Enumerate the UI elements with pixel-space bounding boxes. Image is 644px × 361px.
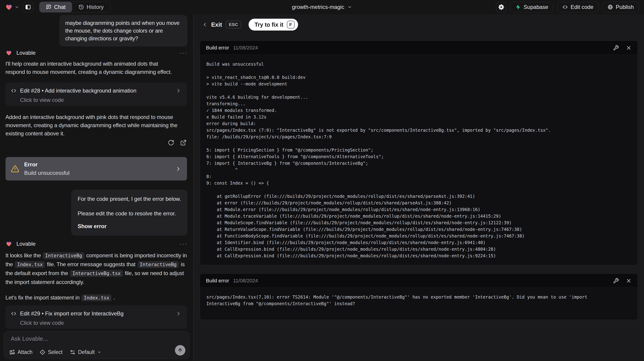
wrench-icon[interactable] [613, 45, 619, 51]
refresh-icon[interactable] [168, 139, 174, 146]
lovable-heart-icon [6, 241, 12, 247]
inline-code: InteractiveBg [43, 252, 84, 259]
more-options-icon[interactable]: ··· [180, 240, 188, 248]
build-log-output: Build was unsuccessful > vite_react_shad… [200, 55, 638, 265]
log-card-title: Build error [206, 278, 229, 284]
settings-button[interactable] [496, 2, 506, 12]
code-icon [11, 88, 16, 93]
send-button[interactable] [175, 345, 186, 356]
supabase-icon [516, 4, 521, 10]
f-key-badge: F [287, 21, 295, 28]
inline-code: Index.tsx [15, 261, 45, 268]
chevron-right-icon [176, 88, 182, 94]
log-line: at FunctionBodyScope.findVariable (file:… [206, 233, 631, 239]
log-line: src/pages/Index.tsx(7,10): error TS2614:… [206, 294, 631, 300]
edit-card-subtitle: Click to view code [20, 97, 182, 103]
wrench-icon[interactable] [613, 278, 619, 284]
code-icon [11, 311, 16, 316]
panel-left-icon [25, 4, 31, 10]
close-icon[interactable] [626, 278, 632, 284]
sidebar-toggle-button[interactable] [23, 2, 33, 12]
log-line: Build was unsuccessful [206, 61, 631, 67]
assistant-name: Lovable [16, 241, 36, 247]
log-line: at ModuleScope.findVariable (file:///bui… [206, 219, 631, 226]
edit-code-button[interactable]: Edit code [557, 2, 598, 12]
log-line: file: /builds/29/project/src/pages/Index… [206, 134, 631, 140]
show-error-link[interactable]: Show error [78, 223, 181, 230]
lovable-heart-icon [6, 50, 12, 56]
log-line: > vite_react_shadcn_ts@0.0.0 build:dev [206, 74, 631, 81]
assistant-name: Lovable [16, 50, 36, 56]
log-line: 8: [206, 173, 631, 180]
exit-button[interactable]: Exit ESC [202, 21, 241, 28]
assistant-header: Lovable ··· [6, 240, 188, 248]
log-card-title: Build error [206, 45, 229, 51]
chevron-down-icon [14, 5, 19, 9]
close-icon[interactable] [626, 45, 632, 51]
mode-selector[interactable]: Default [70, 349, 102, 355]
log-line [206, 87, 631, 94]
attach-label: Attach [18, 349, 32, 355]
chevron-right-icon [175, 166, 182, 172]
log-line: at Module.error (file:///builds/29/proje… [206, 206, 631, 213]
tab-history[interactable]: History [72, 2, 110, 12]
supabase-button[interactable]: Supabase [510, 2, 554, 12]
user-message-line: Please edit the code to resolve the erro… [78, 210, 181, 217]
history-icon [78, 4, 84, 10]
build-error-card[interactable]: Error Build unsuccessful [6, 157, 187, 180]
publish-button[interactable]: Publish [602, 2, 639, 12]
mode-label: Default [78, 349, 95, 355]
log-card-date: 11/08/2024 [233, 278, 258, 284]
project-name: growth-metrics-magic [292, 4, 344, 10]
user-message-line: For the code present, I get the error be… [78, 196, 181, 202]
log-line [206, 186, 631, 193]
assistant-message: Added an interactive background with pin… [6, 113, 178, 138]
project-selector[interactable]: growth-metrics-magic [292, 0, 352, 14]
composer: Attach Select Default [4, 331, 190, 359]
topbar: Chat History growth-metrics-magic [0, 0, 644, 14]
chat-bubble-icon [46, 4, 51, 10]
arrow-up-icon [178, 348, 183, 353]
chat-panel: maybe diagramming points and when you mo… [0, 14, 194, 361]
tab-chat[interactable]: Chat [40, 2, 72, 12]
chevron-right-icon [176, 311, 182, 317]
tab-history-label: History [87, 4, 104, 10]
more-options-icon[interactable]: ··· [180, 49, 188, 56]
log-line: 9: const Index = () => { [206, 180, 631, 186]
log-line: x Build failed in 3.12s [206, 114, 631, 120]
log-line: InteractiveBg from "@/components/Interac… [206, 300, 631, 307]
log-line: vite v5.4.6 building for development... [206, 94, 631, 100]
user-message: maybe diagramming points and when you mo… [59, 15, 188, 46]
log-line [206, 67, 631, 74]
external-link-icon[interactable] [180, 139, 186, 146]
warning-triangle-icon [11, 165, 19, 173]
chevron-left-icon [202, 22, 208, 27]
edit-card-28[interactable]: Edit #28 • Add interactive background an… [6, 82, 187, 106]
build-error-log-card: Build error 11/08/2024 Build was unsucce… [200, 40, 638, 265]
log-line: 5: import { PricingSection } from "@/com… [206, 147, 631, 153]
try-to-fix-button[interactable]: Try to fix it F [248, 19, 298, 30]
log-line: error during build: [206, 120, 631, 127]
assistant-message: Let's fix the import statement in Index.… [6, 294, 188, 302]
log-line: at Module.traceVariable (file:///builds/… [206, 213, 631, 219]
lovable-logo-menu[interactable] [5, 3, 19, 11]
log-card-date: 11/08/2024 [233, 45, 258, 51]
assistant-message: It looks like the InteractiveBg componen… [6, 251, 188, 287]
message-actions [168, 139, 186, 146]
select-button[interactable]: Select [40, 349, 62, 355]
edit-card-title: Edit #28 • Add interactive background an… [20, 87, 136, 94]
exit-label: Exit [211, 21, 222, 28]
log-line: at getRollupError (file:///builds/29/pro… [206, 193, 631, 200]
attach-button[interactable]: Attach [9, 349, 32, 355]
lovable-heart-icon [5, 3, 13, 11]
code-icon [562, 4, 568, 10]
log-line: 6: import { AlternativeTools } from "@/c… [206, 153, 631, 160]
chat-input[interactable] [11, 335, 170, 345]
assistant-header: Lovable ··· [6, 49, 188, 57]
edit-card-29[interactable]: Edit #29 • Fix import error for Interact… [6, 305, 187, 329]
log-line: > vite build --mode development [206, 81, 631, 87]
chevron-down-icon [97, 350, 102, 355]
publish-label: Publish [616, 4, 634, 10]
edit-card-title: Edit #29 • Fix import error for Interact… [20, 310, 124, 317]
log-line: at CallExpression.bind (file:///builds/2… [206, 253, 631, 259]
